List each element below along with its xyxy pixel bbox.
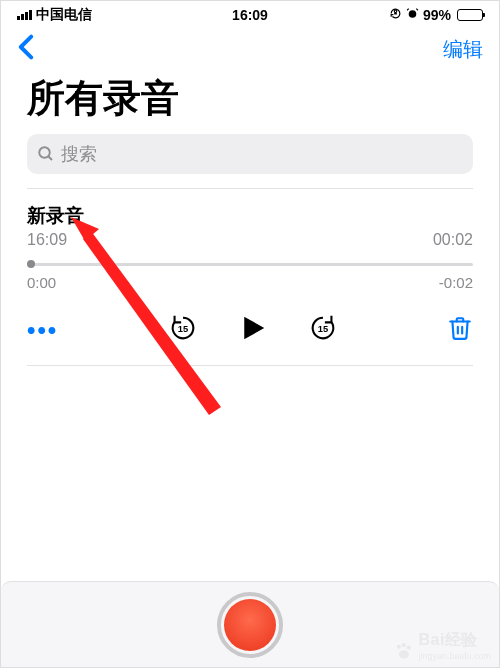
record-icon xyxy=(224,599,276,651)
svg-point-11 xyxy=(407,646,411,650)
back-button[interactable] xyxy=(17,34,35,64)
search-icon xyxy=(37,145,55,163)
svg-point-2 xyxy=(39,147,50,158)
svg-point-9 xyxy=(397,645,401,649)
record-button[interactable] xyxy=(217,592,283,658)
battery-percent: 99% xyxy=(423,7,451,23)
svg-rect-0 xyxy=(394,12,397,15)
signal-icon xyxy=(17,10,32,20)
status-bar: 中国电信 16:09 99% xyxy=(1,1,499,29)
status-right: 99% xyxy=(389,7,483,23)
svg-point-12 xyxy=(399,650,409,658)
scrubber-track[interactable] xyxy=(27,263,473,266)
status-left: 中国电信 xyxy=(17,6,92,24)
svg-point-10 xyxy=(402,643,406,647)
recording-name: 新录音 xyxy=(27,203,473,229)
svg-marker-5 xyxy=(244,317,264,340)
nav-bar: 编辑 xyxy=(1,29,499,69)
carrier-label: 中国电信 xyxy=(36,6,92,24)
play-button[interactable] xyxy=(238,313,268,347)
orientation-lock-icon xyxy=(389,7,402,23)
delete-button[interactable] xyxy=(447,315,473,345)
recording-duration: 00:02 xyxy=(433,231,473,249)
recording-item[interactable]: 新录音 16:09 00:02 0:00 -0:02 ••• 15 15 xyxy=(1,189,499,365)
svg-text:15: 15 xyxy=(177,324,187,334)
more-button[interactable]: ••• xyxy=(27,316,58,344)
search-wrap: 搜索 xyxy=(1,134,499,188)
status-time: 16:09 xyxy=(232,7,268,23)
divider xyxy=(27,365,473,366)
watermark-main: Bai经验 xyxy=(418,631,477,648)
battery-icon xyxy=(457,9,483,21)
edit-button[interactable]: 编辑 xyxy=(443,36,483,63)
scrubber-knob[interactable] xyxy=(27,260,35,268)
watermark: Bai经验 jingyan.baidu.com xyxy=(392,630,491,661)
page-title: 所有录音 xyxy=(1,69,499,134)
watermark-sub: jingyan.baidu.com xyxy=(418,651,491,661)
playback-controls: ••• 15 15 xyxy=(27,313,473,365)
rewind-15-button[interactable]: 15 xyxy=(168,313,198,347)
remaining-time: -0:02 xyxy=(439,274,473,291)
search-placeholder: 搜索 xyxy=(61,142,97,166)
alarm-icon xyxy=(406,7,419,23)
svg-point-1 xyxy=(409,10,417,18)
elapsed-time: 0:00 xyxy=(27,274,56,291)
svg-line-3 xyxy=(48,156,52,160)
forward-15-button[interactable]: 15 xyxy=(308,313,338,347)
svg-text:15: 15 xyxy=(317,324,327,334)
search-input[interactable]: 搜索 xyxy=(27,134,473,174)
recording-timestamp: 16:09 xyxy=(27,231,67,249)
paw-icon xyxy=(392,641,414,661)
